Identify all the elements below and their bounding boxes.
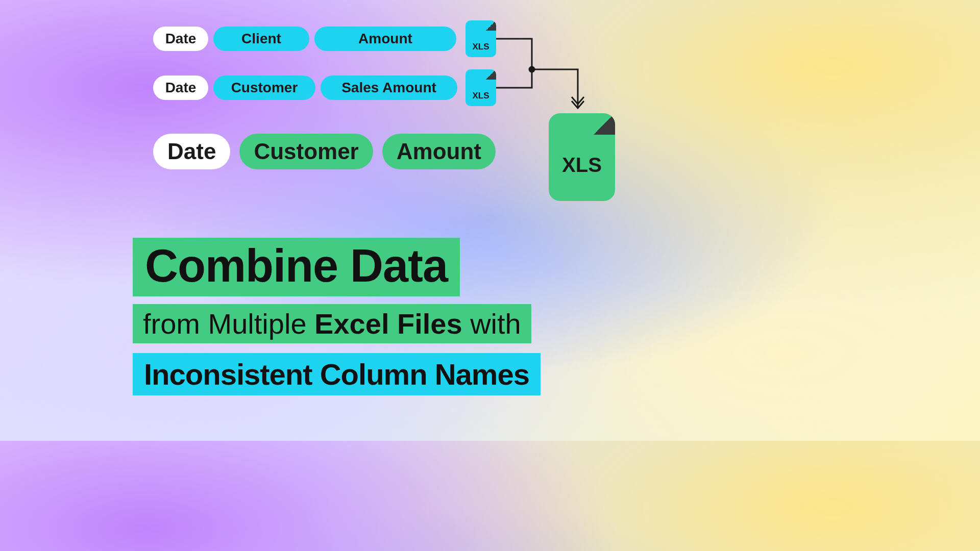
source-row-1: Date Client Amount	[153, 27, 456, 51]
column-pill-date: Date	[153, 134, 230, 169]
xls-file-icon: XLS	[465, 69, 496, 106]
title-line-2: from Multiple Excel Files with	[133, 304, 531, 343]
column-pill-customer: Customer	[213, 76, 315, 100]
column-pill-client: Client	[213, 27, 309, 51]
title-line-1: Combine Data	[133, 238, 460, 296]
result-row: Date Customer Amount	[153, 134, 496, 169]
column-pill-date: Date	[153, 76, 208, 100]
column-pill-date: Date	[153, 27, 208, 51]
diagram-canvas: Date Client Amount XLS Date Customer Sal…	[0, 0, 784, 441]
xls-file-icon-large: XLS	[549, 113, 615, 201]
svg-point-0	[529, 67, 534, 72]
xls-file-icon: XLS	[465, 20, 496, 57]
title-text-bold: Excel Files	[314, 308, 462, 340]
merge-connector-icon	[496, 20, 598, 117]
title-text: from Multiple	[143, 308, 314, 340]
column-pill-sales-amount: Sales Amount	[321, 76, 457, 100]
title-line-3: Inconsistent Column Names	[133, 353, 541, 395]
column-pill-amount: Amount	[314, 27, 456, 51]
title-text: with	[462, 308, 521, 340]
column-pill-amount: Amount	[382, 134, 496, 169]
column-pill-customer: Customer	[239, 134, 373, 169]
source-row-2: Date Customer Sales Amount	[153, 76, 457, 100]
